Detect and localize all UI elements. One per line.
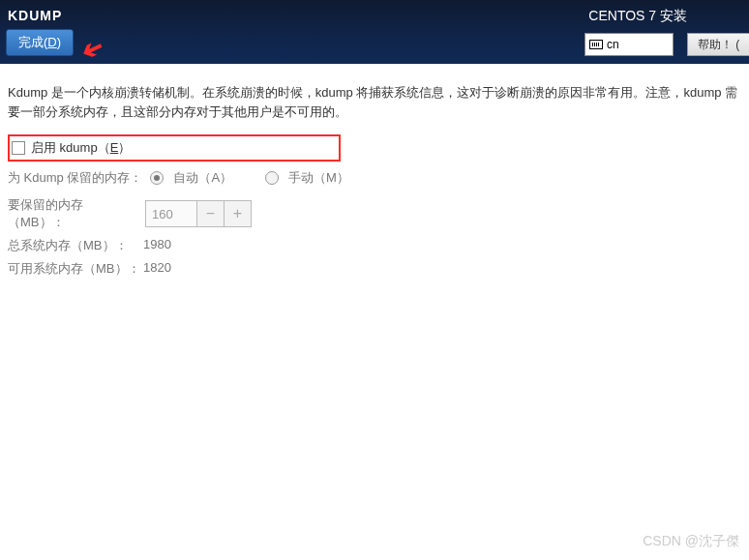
memory-minus-button[interactable]: − [197,200,225,227]
enable-kdump-row[interactable]: 启用 kdump（E） [8,134,341,162]
reserve-manual-label: 手动（M） [288,169,349,187]
reserve-mode-row: 为 Kdump 保留的内存： 自动（A） 手动（M） [8,169,741,187]
reserve-auto-radio[interactable] [150,171,164,185]
reserve-label: 为 Kdump 保留的内存： [8,169,142,187]
available-memory-label: 可用系统内存（MB）： [8,260,143,278]
keyboard-layout-label: cn [607,38,619,51]
keyboard-icon [589,40,603,49]
total-memory-row: 总系统内存（MB）： 1980 [8,237,741,254]
keyboard-layout-selector[interactable]: cn [584,33,674,56]
content-area: Kdump 是一个内核崩溃转储机制。在系统崩溃的时候，kdump 将捕获系统信息… [0,64,749,285]
memory-to-reserve-label: 要保留的内存（MB）： [8,196,139,231]
done-button[interactable]: 完成(D) [6,29,74,56]
page-title: KDUMP [8,8,62,23]
memory-plus-button[interactable]: + [225,200,252,227]
memory-input[interactable] [145,200,197,227]
enable-kdump-label: 启用 kdump（E） [31,139,131,157]
memory-spinner: − + [145,200,252,227]
available-memory-value: 1820 [143,260,171,278]
help-button[interactable]: 帮助！ ( [687,33,749,56]
total-memory-label: 总系统内存（MB）： [8,237,143,254]
reserve-manual-radio[interactable] [265,171,279,185]
kdump-description: Kdump 是一个内核崩溃转储机制。在系统崩溃的时候，kdump 将捕获系统信息… [8,83,741,121]
annotation-arrow: ➔ [75,31,107,67]
total-memory-value: 1980 [143,237,171,254]
watermark: CSDN @沈子傑 [643,533,739,550]
memory-to-reserve-row: 要保留的内存（MB）： − + [8,196,741,231]
reserve-auto-label: 自动（A） [173,169,232,187]
header: KDUMP CENTOS 7 安装 完成(D) ➔ cn 帮助！ ( [0,0,749,64]
enable-kdump-checkbox[interactable] [12,141,25,155]
available-memory-row: 可用系统内存（MB）： 1820 [8,260,741,278]
installer-name: CENTOS 7 安装 [588,8,687,25]
